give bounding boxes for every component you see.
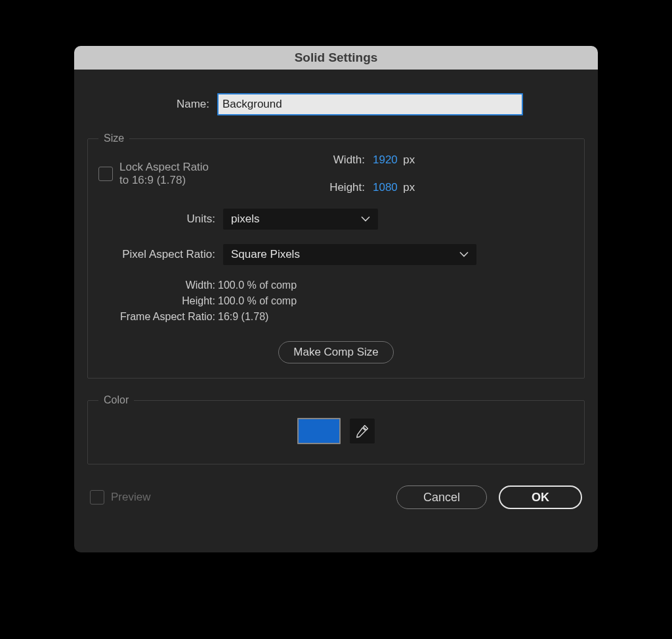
par-select[interactable]: Square Pixels — [223, 244, 476, 265]
name-row: Name: — [87, 93, 585, 115]
color-group-label: Color — [98, 394, 134, 406]
size-grid: Width: 1920 px Lock Aspect Ratio to 16:9… — [98, 154, 574, 265]
dialog-titlebar: Solid Settings — [74, 46, 598, 70]
name-label: Name: — [87, 98, 217, 111]
eyedropper-icon — [355, 424, 369, 438]
lock-aspect-checkbox[interactable] — [98, 167, 113, 181]
units-select[interactable]: pixels — [223, 209, 378, 230]
preview-label: Preview — [111, 491, 150, 504]
chevron-down-icon — [459, 252, 469, 258]
size-group: Size Width: 1920 px Lock Aspect Ratio to… — [87, 133, 585, 379]
info-height-label: Height: — [98, 295, 218, 307]
par-label: Pixel Aspect Ratio: — [98, 248, 218, 261]
color-row — [98, 415, 574, 449]
par-value: Square Pixels — [231, 248, 300, 261]
width-value[interactable]: 1920 — [373, 154, 398, 166]
color-group: Color — [87, 394, 585, 464]
chevron-down-icon — [361, 216, 370, 222]
preview-checkbox[interactable] — [90, 490, 104, 505]
info-width-value: 100.0 % of comp — [218, 279, 574, 291]
dialog-footer: Preview Cancel OK — [87, 485, 585, 509]
dialog-title: Solid Settings — [295, 51, 378, 65]
cancel-button[interactable]: Cancel — [396, 485, 487, 509]
dialog-content: Name: Size Width: 1920 px Lock Aspect Ra… — [74, 70, 598, 509]
solid-settings-dialog: Solid Settings Name: Size Width: 1920 px… — [74, 46, 598, 552]
color-swatch[interactable] — [297, 418, 341, 444]
units-label: Units: — [98, 213, 218, 226]
info-height-value: 100.0 % of comp — [218, 295, 574, 307]
info-width-label: Width: — [98, 279, 218, 291]
height-unit: px — [403, 181, 415, 194]
make-comp-size-button[interactable]: Make Comp Size — [278, 341, 393, 363]
preview-wrap: Preview — [90, 490, 150, 505]
far-label: Frame Aspect Ratio: — [98, 311, 218, 323]
width-value-wrap: 1920 px — [373, 154, 574, 167]
ok-button[interactable]: OK — [499, 485, 582, 509]
units-value: pixels — [231, 213, 259, 226]
lock-aspect-label: Lock Aspect Ratio to 16:9 (1.78) — [119, 161, 218, 187]
height-label: Height: — [223, 181, 368, 194]
size-info: Width: 100.0 % of comp Height: 100.0 % o… — [98, 279, 574, 323]
width-label: Width: — [223, 154, 368, 167]
height-value[interactable]: 1080 — [373, 181, 398, 194]
width-unit: px — [403, 154, 415, 166]
name-input[interactable] — [217, 93, 523, 115]
lock-aspect-wrap: Lock Aspect Ratio to 16:9 (1.78) — [98, 161, 218, 187]
eyedropper-button[interactable] — [350, 419, 375, 443]
height-value-wrap: 1080 px — [373, 181, 574, 194]
far-value: 16:9 (1.78) — [218, 311, 574, 323]
size-group-label: Size — [98, 133, 129, 144]
